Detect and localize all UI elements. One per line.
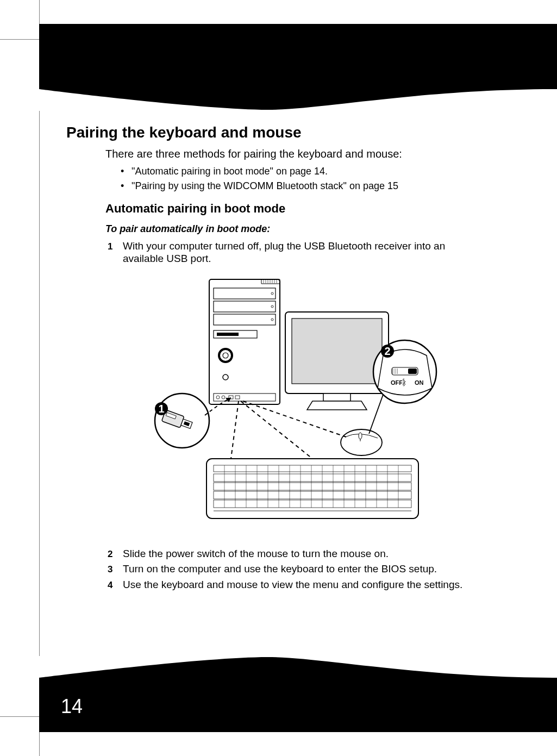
page-number: 14: [61, 695, 83, 718]
steps-list-continued: 2 Slide the power switch of the mouse to…: [108, 548, 479, 591]
svg-line-70: [231, 401, 239, 459]
switch-off-label: OFF: [391, 379, 403, 386]
step-number: 1: [108, 241, 112, 252]
keyboard-icon: [206, 459, 418, 518]
steps-list: 1 With your computer turned off, plug th…: [108, 240, 479, 265]
step-item: 2 Slide the power switch of the mouse to…: [108, 548, 479, 560]
subsection-heading: Automatic pairing in boot mode: [105, 202, 479, 216]
mouse-switch-callout: OFF ON 2: [369, 340, 436, 434]
page-footer-banner: 14: [39, 656, 557, 732]
step-text: Use the keyboard and mouse to view the m…: [123, 579, 462, 590]
monitor-icon: [285, 312, 389, 410]
pairing-illustration: 1 OF: [144, 274, 443, 535]
computer-tower-icon: [209, 279, 280, 404]
switch-on-label: ON: [415, 379, 424, 386]
mouse-icon: [341, 429, 382, 455]
step-text: Turn on the computer and use the keyboar…: [123, 563, 437, 574]
step-text: With your computer turned off, plug the …: [123, 240, 445, 264]
header-swoop: [39, 89, 557, 111]
step-item: 4 Use the keyboard and mouse to view the…: [108, 579, 479, 591]
section-heading: Pairing the keyboard and mouse: [66, 124, 479, 141]
svg-line-71: [241, 401, 312, 459]
procedure-title: To pair automatically in boot mode:: [105, 223, 479, 235]
page-header-banner: [39, 24, 557, 111]
svg-rect-26: [323, 393, 351, 401]
svg-rect-25: [292, 318, 382, 384]
step-item: 3 Turn on the computer and use the keybo…: [108, 563, 479, 576]
svg-rect-0: [209, 279, 280, 404]
illustration-container: 1 OF: [108, 274, 479, 535]
list-item: "Automatic pairing in boot mode" on page…: [121, 166, 479, 177]
svg-rect-15: [217, 333, 239, 336]
intro-text: There are three methods for pairing the …: [105, 148, 479, 160]
callout-number-1: 1: [158, 403, 164, 415]
step-number: 2: [108, 549, 112, 560]
step-number: 3: [108, 564, 112, 575]
step-text: Slide the power switch of the mouse to t…: [123, 548, 389, 559]
step-number: 4: [108, 580, 112, 591]
callout-number-2: 2: [384, 345, 390, 357]
methods-list: "Automatic pairing in boot mode" on page…: [121, 166, 479, 192]
svg-line-45: [369, 395, 383, 434]
svg-point-37: [359, 433, 362, 439]
list-item: "Pairing by using the WIDCOMM Bluetooth …: [121, 180, 479, 192]
content-area: Pairing the keyboard and mouse There are…: [66, 124, 479, 595]
svg-rect-46: [206, 459, 418, 518]
step-item: 1 With your computer turned off, plug th…: [108, 240, 479, 265]
footer-swoop: [39, 656, 557, 678]
svg-rect-40: [408, 368, 417, 374]
